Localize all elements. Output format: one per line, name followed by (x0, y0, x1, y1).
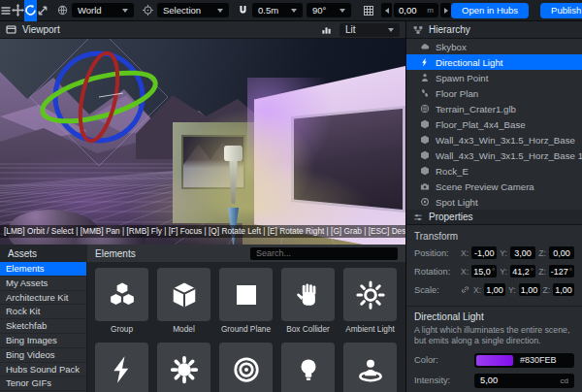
asset-tile-model[interactable]: Model (157, 268, 210, 334)
transform-pivot-value: Selection (163, 5, 201, 16)
source-item-rock-kit[interactable]: Rock Kit (0, 305, 86, 319)
source-item-tenor-gifs[interactable]: Tenor GIFs (0, 376, 86, 391)
hierarchy-item-wall-2[interactable]: Wall_4x3_Win_3x1.5_Horz_Base 1 (406, 147, 582, 163)
viewport-canvas[interactable]: [LMB] Orbit / Select | [MMB] Pan | [RMB]… (0, 39, 405, 245)
scale-tool-button[interactable] (37, 0, 48, 21)
chevron-down-icon (340, 9, 345, 13)
target-icon (143, 5, 153, 16)
rotate-snap-value: 90° (312, 5, 326, 16)
rotate-gizmo[interactable] (26, 39, 172, 170)
rotation-y-input[interactable]: 41,2° (510, 265, 535, 278)
rotation-z-input[interactable]: -127° (549, 265, 574, 278)
sun-icon (356, 280, 385, 310)
scale-y-input[interactable]: 1,00 (519, 283, 540, 296)
viewport-header: Viewport Lit (0, 21, 405, 39)
transform-space-select[interactable]: World (72, 3, 134, 17)
assets-source-title: Elements (95, 248, 136, 259)
rotation-x-input[interactable]: 15,0° (471, 265, 497, 278)
grid-height-unit: m (427, 6, 434, 15)
open-in-hubs-button[interactable]: Open in Hubs (451, 3, 529, 18)
asset-tile-hemisphere-light[interactable] (157, 343, 210, 392)
rotate-snap-select[interactable]: 90° (307, 3, 351, 17)
intensity-input[interactable]: 5,00 cd (474, 374, 574, 388)
translate-snap-select[interactable]: 0.5m (252, 3, 303, 17)
hierarchy-item-spawn-point[interactable]: Spawn Point (406, 70, 582, 85)
asset-tile-directional-light[interactable] (95, 343, 148, 392)
grid-height-stepper: 0,00 m (381, 3, 451, 17)
hierarchy-list: Skybox Directional Light Spawn Point Flo… (406, 39, 582, 210)
color-picker[interactable]: #830FEB (474, 353, 574, 368)
source-item-elements[interactable]: Elements (0, 262, 86, 277)
asset-tile-ambient-light[interactable]: Ambient Light (343, 268, 397, 334)
position-z-input[interactable]: 0,00 (549, 246, 574, 259)
source-item-my-assets[interactable]: My Assets (0, 277, 86, 291)
transform-title: Transform (414, 231, 574, 242)
hierarchy-item-wall-1[interactable]: Wall_4x3_Win_3x1.5_Horz_Base (406, 132, 582, 147)
hierarchy-item-spot-light[interactable]: Spot Light (406, 194, 582, 210)
position-x-input[interactable]: -1,00 (471, 246, 497, 259)
directional-light-section: Directional Light A light which illumina… (406, 306, 582, 392)
spot-light-icon (420, 197, 430, 207)
source-item-sketchfab[interactable]: Sketchfab (0, 319, 86, 334)
asset-tile-spot-light[interactable] (219, 343, 273, 392)
assets-panel: Assets Elements Elements My Assets Archi… (0, 245, 405, 392)
asset-tile-box-collider[interactable]: Box Collider (281, 268, 335, 334)
hierarchy-item-scene-preview-camera[interactable]: Scene Preview Camera (406, 179, 582, 194)
grid-height-input[interactable]: 0,00 m (394, 3, 438, 17)
transform-pivot-group: Selection (143, 3, 229, 17)
lamp-object[interactable] (224, 146, 242, 161)
source-item-bing-videos[interactable]: Bing Videos (0, 348, 86, 363)
hierarchy-item-rock[interactable]: Rock_E (406, 163, 582, 179)
hierarchy-item-skybox[interactable]: Skybox (406, 39, 582, 54)
color-hex-value: #830FEB (520, 355, 557, 365)
hierarchy-item-floor-plat[interactable]: Floor_Plat_4x4_Base (406, 116, 582, 132)
position-y-input[interactable]: 3,00 (510, 246, 535, 259)
chevron-down-icon (217, 9, 223, 13)
stats-icon[interactable] (321, 24, 332, 35)
menu-button[interactable] (0, 0, 12, 21)
source-item-architecture-kit[interactable]: Architecture Kit (0, 291, 86, 306)
floor-plan-icon (420, 88, 430, 98)
transform-pivot-select[interactable]: Selection (157, 3, 229, 17)
grid-icon (363, 5, 374, 16)
burst-icon (170, 355, 199, 384)
tab-assets[interactable]: Assets (0, 245, 87, 262)
globe-icon (420, 104, 430, 114)
grid-toggle-button[interactable] (360, 0, 377, 21)
right-column: Hierarchy Skybox Directional Light Spawn… (405, 21, 582, 392)
spawn-person-icon (356, 355, 385, 384)
transform-space-group: World (57, 3, 134, 17)
light-description: A light which illuminates the entire sce… (414, 325, 574, 347)
render-mode-value: Lit (345, 24, 356, 35)
search-input[interactable] (250, 247, 398, 260)
asset-tile-point-light[interactable] (281, 343, 335, 392)
grid-height-increase-button[interactable] (440, 3, 451, 17)
grid-height-decrease-button[interactable] (381, 3, 392, 17)
hierarchy-item-terrain[interactable]: Terrain_Crater1.glb (406, 101, 582, 116)
rotate-tool-button[interactable] (24, 0, 37, 21)
translate-tool-button[interactable] (12, 0, 24, 21)
scale-x-input[interactable]: 1,00 (484, 283, 505, 296)
scale-icon (37, 5, 48, 16)
publish-to-hubs-button[interactable]: Publish to Hubs... (540, 3, 582, 18)
chevron-left-icon (385, 8, 389, 14)
asset-tile-spawn-point[interactable] (343, 343, 397, 392)
asset-tile-ground-plane[interactable]: Ground Plane (219, 268, 273, 334)
asset-tile-group[interactable]: Group (95, 268, 148, 334)
move-arrows-icon (12, 4, 24, 16)
cube-icon (420, 119, 430, 129)
chevron-down-icon (122, 9, 128, 13)
hierarchy-tree-icon (413, 25, 423, 35)
source-item-hubs-sound-pack[interactable]: Hubs Sound Pack (0, 363, 86, 377)
scale-z-input[interactable]: 1,00 (553, 283, 574, 296)
render-mode-select[interactable]: Lit (340, 23, 400, 37)
viewport-title: Viewport (22, 24, 60, 35)
grid-height-group: 0,00 m (360, 0, 451, 21)
color-swatch[interactable] (476, 355, 513, 366)
hierarchy-item-directional-light[interactable]: Directional Light (406, 54, 582, 70)
source-item-bing-images[interactable]: Bing Images (0, 334, 86, 348)
assets-header: Assets Elements (0, 245, 405, 262)
hierarchy-item-floor-plan[interactable]: Floor Plan (406, 85, 582, 101)
top-toolbar: World Selection 0.5m 90° 0,00 m (0, 0, 582, 21)
link-icon[interactable] (461, 285, 469, 294)
